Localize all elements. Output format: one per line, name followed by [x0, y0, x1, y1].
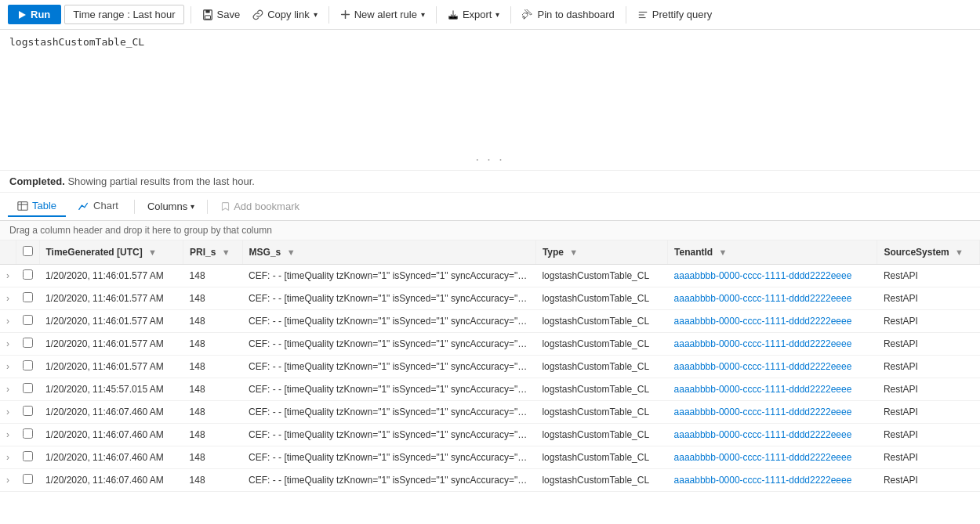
query-area[interactable]: logstashCustomTable_CL · · ·	[0, 30, 980, 171]
col-source-label: SourceSystem	[884, 247, 949, 258]
expand-btn-3[interactable]: ›	[6, 338, 9, 349]
row-cb-8[interactable]	[16, 446, 39, 469]
col-msg-filter-icon[interactable]: ▼	[287, 248, 296, 257]
row-expand-6[interactable]: ›	[0, 401, 16, 424]
expand-btn-0[interactable]: ›	[6, 270, 9, 281]
expand-btn-4[interactable]: ›	[6, 361, 9, 372]
row-msg-7: CEF: - - [timeQuality tzKnown="1" isSync…	[242, 424, 535, 446]
expand-btn-8[interactable]: ›	[6, 452, 9, 463]
col-tenant-label: TenantId	[674, 247, 713, 258]
row-pri-5: 148	[183, 378, 243, 401]
table-row: › 1/20/2020, 11:46:07.460 AM 148 CEF: - …	[0, 469, 980, 492]
row-time-3: 1/20/2020, 11:46:01.577 AM	[39, 333, 183, 356]
tab-table-label: Table	[32, 200, 56, 211]
tab-chart[interactable]: Chart	[69, 196, 128, 217]
col-pri-filter-icon[interactable]: ▼	[222, 248, 230, 257]
row-msg-6: CEF: - - [timeQuality tzKnown="1" isSync…	[242, 401, 535, 424]
drag-hint: Drag a column header and drop it here to…	[0, 221, 980, 240]
row-expand-4[interactable]: ›	[0, 356, 16, 378]
save-button[interactable]: Save	[198, 5, 245, 23]
row-checkbox-9[interactable]	[23, 474, 33, 484]
copy-link-button[interactable]: Copy link ▾	[248, 5, 321, 23]
prettify-query-button[interactable]: Prettify query	[633, 5, 717, 23]
row-expand-7[interactable]: ›	[0, 424, 16, 446]
row-cb-9[interactable]	[16, 469, 39, 492]
tab-separator	[134, 200, 135, 214]
row-source-0: RestAPI	[877, 265, 980, 287]
expand-btn-5[interactable]: ›	[6, 384, 9, 395]
svg-rect-2	[205, 15, 210, 18]
row-type-1: logstashCustomTable_CL	[535, 287, 667, 310]
row-checkbox-7[interactable]	[23, 428, 33, 439]
row-cb-5[interactable]	[16, 378, 39, 401]
col-header-time: TimeGenerated [UTC] ▼	[39, 240, 183, 265]
table-row: › 1/20/2020, 11:46:07.460 AM 148 CEF: - …	[0, 424, 980, 446]
row-checkbox-5[interactable]	[23, 383, 33, 393]
row-checkbox-3[interactable]	[23, 338, 33, 348]
row-expand-0[interactable]: ›	[0, 265, 16, 287]
expand-btn-1[interactable]: ›	[6, 293, 9, 304]
row-cb-3[interactable]	[16, 333, 39, 356]
row-time-2: 1/20/2020, 11:46:01.577 AM	[39, 310, 183, 333]
row-cb-4[interactable]	[16, 356, 39, 378]
col-type-filter-icon[interactable]: ▼	[569, 248, 578, 257]
col-time-filter-icon[interactable]: ▼	[148, 248, 157, 257]
row-expand-1[interactable]: ›	[0, 287, 16, 310]
expand-btn-7[interactable]: ›	[6, 429, 9, 440]
add-bookmark-button[interactable]: Add bookmark	[214, 197, 306, 215]
row-expand-2[interactable]: ›	[0, 310, 16, 333]
row-cb-1[interactable]	[16, 287, 39, 310]
table-row: › 1/20/2020, 11:46:07.460 AM 148 CEF: - …	[0, 446, 980, 469]
row-cb-2[interactable]	[16, 310, 39, 333]
row-pri-3: 148	[183, 333, 243, 356]
row-time-7: 1/20/2020, 11:46:07.460 AM	[39, 424, 183, 446]
time-range-label: Time range : Last hour	[73, 9, 175, 20]
row-pri-4: 148	[183, 356, 243, 378]
row-checkbox-6[interactable]	[23, 406, 33, 416]
time-range-button[interactable]: Time range : Last hour	[64, 5, 183, 24]
row-type-3: logstashCustomTable_CL	[535, 333, 667, 356]
resize-handle[interactable]: · · ·	[475, 153, 504, 167]
expand-btn-9[interactable]: ›	[6, 475, 9, 486]
new-alert-button[interactable]: New alert rule ▾	[336, 5, 430, 23]
row-expand-8[interactable]: ›	[0, 446, 16, 469]
row-time-4: 1/20/2020, 11:46:01.577 AM	[39, 356, 183, 378]
row-expand-9[interactable]: ›	[0, 469, 16, 492]
table-row: › 1/20/2020, 11:46:01.577 AM 148 CEF: - …	[0, 265, 980, 287]
row-checkbox-4[interactable]	[23, 360, 33, 370]
row-cb-6[interactable]	[16, 401, 39, 424]
row-source-5: RestAPI	[877, 378, 980, 401]
row-type-7: logstashCustomTable_CL	[535, 424, 667, 446]
row-checkbox-2[interactable]	[23, 315, 33, 325]
row-msg-8: CEF: - - [timeQuality tzKnown="1" isSync…	[242, 446, 535, 469]
row-expand-3[interactable]: ›	[0, 333, 16, 356]
expand-btn-6[interactable]: ›	[6, 407, 9, 417]
row-source-4: RestAPI	[877, 356, 980, 378]
table-wrapper: TimeGenerated [UTC] ▼ PRI_s ▼ MSG_s ▼ Ty…	[0, 240, 980, 492]
row-checkbox-0[interactable]	[23, 269, 33, 280]
col-header-type: Type ▼	[535, 240, 667, 265]
export-button[interactable]: Export ▾	[443, 5, 505, 23]
row-pri-8: 148	[183, 446, 243, 469]
row-type-5: logstashCustomTable_CL	[535, 378, 667, 401]
row-tenant-1: aaaabbbb-0000-cccc-1111-dddd2222eeee	[668, 287, 877, 310]
row-checkbox-8[interactable]	[23, 451, 33, 461]
row-msg-2: CEF: - - [timeQuality tzKnown="1" isSync…	[242, 310, 535, 333]
expand-btn-2[interactable]: ›	[6, 316, 9, 327]
row-type-9: logstashCustomTable_CL	[535, 469, 667, 492]
row-checkbox-1[interactable]	[23, 292, 33, 302]
row-cb-7[interactable]	[16, 424, 39, 446]
status-bar: Completed. Showing partial results from …	[0, 171, 980, 193]
col-tenant-filter-icon[interactable]: ▼	[718, 248, 727, 257]
query-text[interactable]: logstashCustomTable_CL	[9, 36, 971, 48]
select-all-checkbox[interactable]	[23, 246, 33, 256]
col-msg-label: MSG_s	[249, 247, 281, 258]
pin-to-dashboard-button[interactable]: Pin to dashboard	[517, 5, 619, 23]
tab-table[interactable]: Table	[8, 196, 66, 217]
col-source-filter-icon[interactable]: ▼	[955, 248, 964, 257]
drag-hint-text: Drag a column header and drop it here to…	[9, 225, 272, 236]
row-cb-0[interactable]	[16, 265, 39, 287]
run-button[interactable]: Run	[8, 5, 61, 24]
columns-button[interactable]: Columns ▾	[141, 197, 201, 215]
row-expand-5[interactable]: ›	[0, 378, 16, 401]
